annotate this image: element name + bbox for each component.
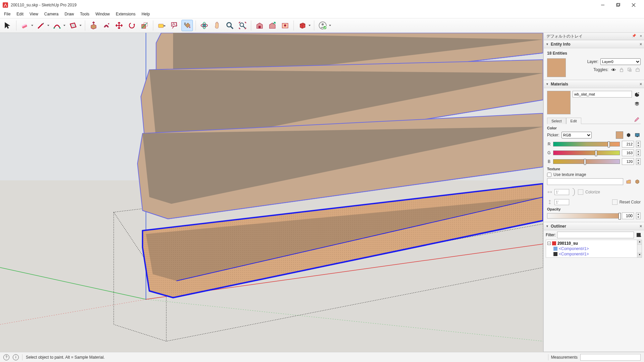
g-input[interactable]: [622, 149, 634, 156]
match-screen-icon[interactable]: [634, 132, 641, 138]
entity-material-swatch[interactable]: [547, 58, 566, 77]
texture-height-input[interactable]: [554, 199, 569, 205]
browse-texture-icon[interactable]: [625, 178, 632, 185]
tree-scrollbar[interactable]: ▴▾: [637, 240, 642, 257]
svg-point-19: [227, 22, 231, 27]
offset-tool-icon[interactable]: [101, 20, 112, 31]
tree-component[interactable]: <Component#1>: [553, 246, 641, 251]
filter-input[interactable]: [557, 232, 634, 238]
opacity-slider[interactable]: [547, 213, 620, 219]
expand-icon[interactable]: −: [547, 242, 551, 245]
outliner-header[interactable]: ▼ Outliner ×: [544, 222, 644, 230]
b-label: B: [547, 159, 551, 164]
tree-component[interactable]: <Component#1>: [553, 251, 641, 257]
match-color-icon[interactable]: [625, 132, 632, 138]
scale-tool-icon[interactable]: [139, 20, 150, 31]
default-material-icon[interactable]: [634, 101, 640, 108]
warehouse-share-icon[interactable]: [267, 20, 278, 31]
shadow-toggle-icon[interactable]: [627, 67, 633, 72]
panel-close-icon[interactable]: ×: [640, 224, 642, 229]
material-preview-swatch[interactable]: [547, 91, 571, 114]
colorize-label: Colorize: [585, 190, 600, 194]
viewport[interactable]: [0, 33, 543, 352]
eraser-tool-icon[interactable]: [19, 20, 34, 31]
solid-tools-icon[interactable]: [297, 20, 311, 31]
menu-camera[interactable]: Camera: [42, 11, 61, 17]
b-spinner[interactable]: ▲▼: [636, 158, 641, 165]
select-tool-icon[interactable]: [2, 20, 13, 31]
g-slider[interactable]: [553, 150, 620, 155]
user-icon[interactable]: [317, 20, 332, 31]
maximize-button[interactable]: [610, 0, 626, 10]
tab-select[interactable]: Select: [547, 118, 566, 124]
menu-window[interactable]: Window: [93, 11, 113, 17]
help-icon[interactable]: ?: [3, 354, 9, 360]
pan-tool-icon[interactable]: [211, 20, 223, 31]
edit-pencil-icon[interactable]: [634, 117, 641, 124]
hidden-toggle-icon[interactable]: [610, 67, 616, 72]
menu-view[interactable]: View: [27, 11, 41, 17]
extension-warehouse-icon[interactable]: [279, 20, 291, 31]
info-icon[interactable]: i: [13, 354, 19, 360]
layer-select[interactable]: Layer0: [600, 58, 641, 65]
menu-draw[interactable]: Draw: [62, 11, 77, 17]
menu-extensions[interactable]: Extensions: [113, 11, 138, 17]
b-slider[interactable]: [553, 159, 620, 164]
entity-info-header[interactable]: ▼ Entity Info ×: [544, 40, 644, 48]
default-tray: デフォルトのトレイ 📌 × ▼ Entity Info × 18 Entitie…: [543, 33, 644, 352]
link-icon[interactable]: [571, 187, 576, 197]
b-input[interactable]: [622, 158, 634, 165]
r-spinner[interactable]: ▲▼: [636, 141, 641, 147]
lock-toggle-icon[interactable]: [619, 67, 625, 72]
tree-root[interactable]: − 200110_su: [547, 241, 641, 246]
section-color-label: Color: [547, 126, 641, 130]
panel-close-icon[interactable]: ×: [640, 42, 642, 47]
pushpull-tool-icon[interactable]: [88, 20, 99, 31]
text-tool-icon[interactable]: A1: [169, 20, 180, 31]
use-texture-checkbox[interactable]: [547, 173, 551, 177]
component-icon: [553, 247, 557, 251]
menu-edit[interactable]: Edit: [14, 11, 26, 17]
materials-header[interactable]: ▼ Materials ×: [544, 80, 644, 88]
rotate-tool-icon[interactable]: [126, 20, 138, 31]
panel-close-icon[interactable]: ×: [640, 82, 642, 86]
opacity-input[interactable]: [622, 213, 634, 219]
arc-tool-icon[interactable]: [51, 20, 66, 31]
r-slider[interactable]: [553, 142, 620, 146]
outliner-tree[interactable]: − 200110_su <Component#1> <Component#1> …: [546, 240, 642, 258]
move-tool-icon[interactable]: [113, 20, 125, 31]
measurements-input[interactable]: [580, 354, 641, 361]
edit-texture-icon[interactable]: [634, 178, 641, 185]
tab-edit[interactable]: Edit: [566, 118, 581, 124]
minimize-button[interactable]: [595, 0, 610, 10]
texture-width-input[interactable]: [554, 189, 569, 195]
menu-tools[interactable]: Tools: [77, 11, 92, 17]
texture-path-input[interactable]: [547, 178, 623, 185]
warehouse-icon[interactable]: [254, 20, 265, 31]
menu-help[interactable]: Help: [139, 11, 153, 17]
color-preview[interactable]: [616, 131, 623, 139]
material-name-input[interactable]: [573, 91, 632, 98]
paint-bucket-tool-icon[interactable]: [181, 20, 193, 31]
g-spinner[interactable]: ▲▼: [636, 149, 641, 156]
picker-select[interactable]: RGB: [561, 132, 592, 138]
close-button[interactable]: [626, 0, 641, 10]
orbit-tool-icon[interactable]: [199, 20, 210, 31]
line-tool-icon[interactable]: [35, 20, 50, 31]
pin-icon[interactable]: 📌: [632, 34, 636, 38]
tray-close-icon[interactable]: ×: [640, 34, 642, 38]
reset-swatch[interactable]: [612, 199, 618, 205]
filter-details-icon[interactable]: [635, 232, 642, 238]
tape-tool-icon[interactable]: [156, 20, 167, 31]
colorize-swatch[interactable]: [578, 189, 583, 195]
tray-title[interactable]: デフォルトのトレイ 📌 ×: [544, 33, 644, 40]
create-material-icon[interactable]: [634, 92, 640, 99]
shadow-receive-icon[interactable]: [635, 67, 641, 72]
rectangle-tool-icon[interactable]: [67, 20, 82, 31]
opacity-spinner[interactable]: ▲▼: [636, 213, 641, 219]
reset-color-label[interactable]: Reset Color: [620, 200, 641, 204]
r-input[interactable]: [622, 141, 634, 147]
zoom-tool-icon[interactable]: [224, 20, 235, 31]
zoom-extents-tool-icon[interactable]: [237, 20, 248, 31]
menu-file[interactable]: File: [1, 11, 13, 17]
